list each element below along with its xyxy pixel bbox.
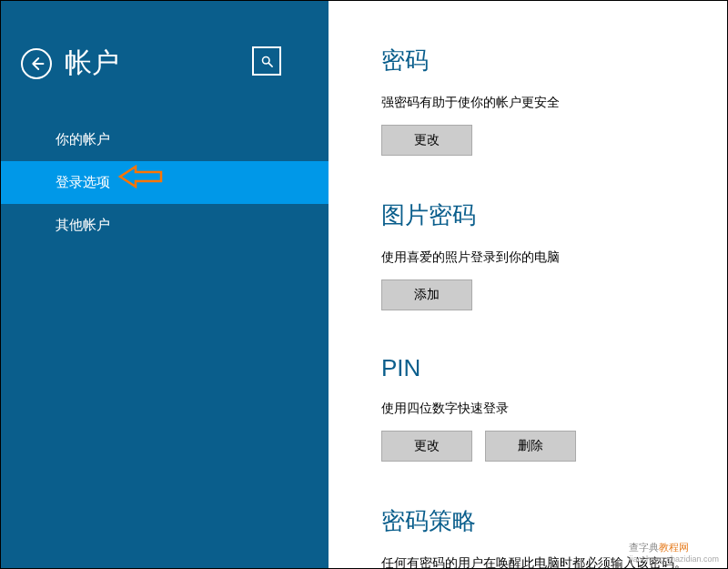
pin-delete-button[interactable]: 删除	[485, 431, 576, 462]
settings-sidebar: 帐户 你的帐户 登录选项 其他帐户	[1, 1, 329, 568]
search-button[interactable]	[252, 46, 281, 76]
sidebar-item-label: 其他帐户	[56, 217, 110, 232]
section-picture-password: 图片密码 使用喜爱的照片登录到你的电脑 添加	[381, 199, 700, 310]
sidebar-item-signin-options[interactable]: 登录选项	[1, 161, 329, 204]
pin-change-button[interactable]: 更改	[381, 431, 472, 462]
section-title: 密码策略	[381, 505, 700, 537]
sidebar-item-other-accounts[interactable]: 其他帐户	[1, 204, 329, 247]
annotation-arrow-signin	[117, 165, 163, 188]
sidebar-item-label: 你的帐户	[56, 131, 110, 147]
search-icon	[260, 55, 274, 68]
nav-list: 你的帐户 登录选项 其他帐户	[1, 118, 329, 247]
section-desc: 使用四位数字快速登录	[381, 399, 700, 418]
section-desc: 任何有密码的用户在唤醒此电脑时都必须输入该密码。	[381, 554, 700, 568]
section-title: 图片密码	[381, 199, 700, 231]
picture-password-add-button[interactable]: 添加	[381, 279, 472, 310]
svg-line-1	[268, 63, 272, 66]
sidebar-header: 帐户	[1, 45, 329, 82]
section-title: 密码	[381, 45, 700, 76]
back-button[interactable]	[21, 48, 52, 79]
back-arrow-icon	[28, 56, 45, 72]
sidebar-item-label: 登录选项	[56, 174, 110, 189]
section-title: PIN	[381, 354, 700, 382]
content-area: 密码 强密码有助于使你的帐户更安全 更改 图片密码 使用喜爱的照片登录到你的电脑…	[329, 1, 727, 568]
section-password: 密码 强密码有助于使你的帐户更安全 更改	[381, 45, 700, 156]
section-desc: 强密码有助于使你的帐户更安全	[381, 93, 700, 112]
section-pin: PIN 使用四位数字快速登录 更改 删除	[381, 354, 700, 462]
password-change-button[interactable]: 更改	[381, 125, 472, 156]
section-desc: 使用喜爱的照片登录到你的电脑	[381, 248, 700, 267]
section-password-policy: 密码策略 任何有密码的用户在唤醒此电脑时都必须输入该密码。 更改	[381, 505, 700, 568]
sidebar-item-your-account[interactable]: 你的帐户	[1, 118, 329, 161]
page-title: 帐户	[65, 45, 119, 82]
